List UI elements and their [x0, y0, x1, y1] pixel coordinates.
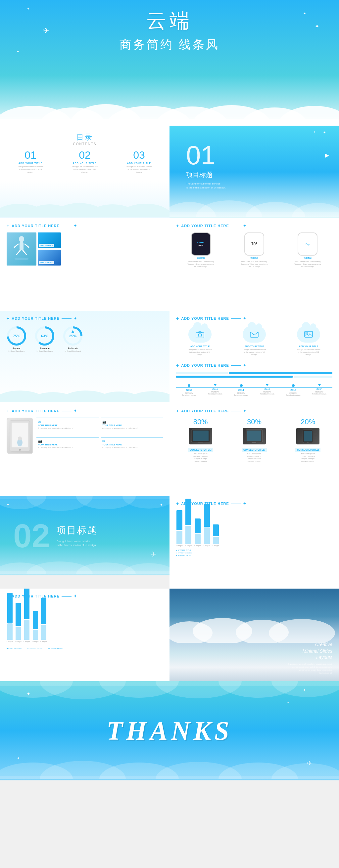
stat-3: 25% Refferals k. Good Feedback	[63, 326, 83, 352]
bar-group-1: Categor	[176, 510, 183, 547]
stat-label-1: Repeat	[7, 347, 27, 349]
tl-tri-2	[214, 384, 217, 386]
barchart2-slide: + ADD YOUR TITLE HERE ✦ Categor Categor …	[0, 589, 169, 681]
plus-icon: +	[176, 363, 179, 368]
watch-face-3: Pay	[298, 232, 317, 256]
tl-tri-4	[266, 384, 269, 386]
tl-item-6: 2014 MONDAYTxt about resolve.	[306, 384, 332, 395]
tl-dot-1	[188, 384, 190, 387]
card-desc-1: A company is an association or collectio…	[38, 427, 97, 430]
icon-title-text: ADD YOUR TITLE HERE	[181, 316, 229, 320]
plus-icon: +	[7, 408, 9, 414]
bar-1a	[176, 510, 182, 530]
card-icon-1: ✉	[38, 420, 97, 424]
tl-item-3: 2011 MONDAYTxt about resolve.	[228, 384, 254, 396]
plus-icon: +	[176, 501, 179, 506]
tl-year-1: Start	[176, 389, 202, 392]
toc-num-1: 01	[7, 149, 54, 161]
photo-slide: + ADD YOUR TITLE HERE ✦ WRI	[0, 218, 169, 311]
svg-point-26	[14, 257, 29, 260]
svg-rect-79	[0, 681, 339, 686]
toc-num-2: 02	[61, 149, 109, 161]
slides-row-2: + ADD YOUR TITLE HERE ✦ WRI	[0, 218, 339, 311]
svg-rect-55	[252, 442, 256, 443]
star-icon: ✦	[313, 131, 316, 133]
device-slide: + ADD YOUR TITLE HERE ✦ 80% CONSECTETUR …	[169, 403, 339, 496]
tl-item-1: Start MONDAYTxt about resolve.	[176, 384, 202, 396]
bar2-label-4: Categor	[32, 641, 39, 643]
tl-year-4: 2012	[254, 387, 280, 390]
plus-icon: +	[176, 408, 179, 414]
device-img-2	[243, 428, 266, 444]
card-label-3: YOUR TITLE HERE	[38, 443, 97, 446]
proj02-title: 项目标题	[57, 524, 98, 537]
svg-point-58	[307, 442, 309, 443]
device-tag-2: CONSECTETUR ELI	[242, 448, 267, 452]
write-here-badge-2: WRITE HERE	[39, 261, 54, 264]
icon-cloud-1: ADD YOUR TITLE Thought for customer serv…	[176, 326, 224, 356]
svg-rect-14	[0, 212, 169, 217]
tl-year-3: 2011	[228, 389, 254, 392]
bar2-group-2: Categor	[15, 603, 22, 643]
star-small-icon: ✦	[74, 409, 77, 413]
card-desc-2: A company is an association or collectio…	[102, 427, 161, 430]
bar2-group-3: Categor	[24, 589, 30, 643]
cloud-label-2: ADD YOUR TITLE	[230, 345, 278, 347]
tablet-title-text: ADD YOUR TITLE HERE	[11, 409, 60, 413]
bar2-1b	[7, 623, 12, 640]
device-1: 80% CONSECTETUR ELI Ber Lorem ipsumconse…	[176, 417, 225, 463]
star-icon: ✦	[27, 7, 30, 11]
icon-cloud-row: ADD YOUR TITLE Thought for customer serv…	[176, 326, 332, 356]
bar-2b	[186, 526, 191, 544]
device-pct-2: 30%	[230, 417, 278, 426]
title-line	[62, 596, 72, 596]
svg-rect-8	[0, 119, 339, 126]
toc-desc-2: Thought for customer serviceis the easie…	[61, 165, 109, 174]
card-icon-2: 📷	[102, 420, 161, 424]
svg-point-20	[19, 236, 24, 242]
tl-sub-4: MONDAYTxt about resolve.	[254, 391, 280, 395]
bar-chart-2: Categor Categor Categor Categor Categor	[7, 603, 163, 643]
circle-3: 25%	[63, 326, 83, 346]
write-here-badge: WRITE HERE	[39, 244, 54, 247]
tl-year-2: 2010	[202, 387, 228, 390]
stat-label-2: Revenue	[35, 347, 55, 349]
star-icon: ✦	[303, 11, 306, 15]
bar-label-4: Categor	[204, 545, 210, 547]
watch-label-1: 选项图标	[176, 257, 225, 260]
device-2: 30% CONSECTETUR ELI Ber Lorem ipsumconse…	[230, 417, 278, 463]
thanks-cloud-bottom	[0, 756, 339, 780]
bar-label-1: Categor	[176, 545, 183, 547]
mail-cloud-icon	[243, 326, 266, 343]
svg-rect-57	[304, 431, 312, 441]
bar2-4	[33, 611, 38, 629]
circle-2: 63%	[35, 326, 55, 346]
star-small-icon: ✦	[74, 594, 77, 598]
device-desc-3: Ber Lorem ipsumconsect, contactstempor. …	[284, 453, 332, 463]
watch-section-title: + ADD YOUR TITLE HERE ✦	[176, 223, 332, 228]
b2-leg-1: ● # YOUR TITLE	[7, 647, 22, 649]
svg-point-44	[306, 332, 308, 334]
card-desc-4: A company is an association or collectio…	[102, 446, 161, 449]
watch-face-inner-1: ●●●●●● APP	[197, 241, 205, 247]
svg-rect-63	[0, 496, 169, 499]
device-desc-1: Ber Lorem ipsumconsect, contactstempor. …	[176, 453, 225, 463]
star-small-icon: ✦	[243, 223, 247, 228]
cloud-label-1: ADD YOUR TITLE	[176, 345, 224, 347]
barchart2-title-text: ADD YOUR TITLE HERE	[11, 594, 60, 598]
proj02-text: 项目标题 Brought for customer serviceis the …	[57, 524, 98, 547]
watch-item-1: ●●●●●● APP 选项图标 How I Shot Built a UI Me…	[176, 232, 225, 268]
hero-title: 云端	[119, 10, 220, 32]
star-icon: ✦	[160, 503, 163, 507]
barchart-area: Categor Categor Categor	[176, 510, 332, 557]
svg-line-25	[23, 250, 27, 255]
star-icon: ✦	[303, 688, 306, 692]
svg-rect-39	[0, 398, 169, 402]
timeline-row: Start MONDAYTxt about resolve. 2010 MOND…	[176, 384, 332, 396]
bar2-3	[24, 589, 29, 619]
project-02-slide: 02 项目标题 Brought for customer serviceis t…	[0, 496, 169, 576]
stat-sub-1: k. Good Feedback	[7, 350, 27, 352]
watch-row: ●●●●●● APP 选项图标 How I Shot Built a UI Me…	[176, 232, 332, 268]
title-line	[231, 318, 241, 319]
device-pct-1: 80%	[176, 417, 225, 426]
